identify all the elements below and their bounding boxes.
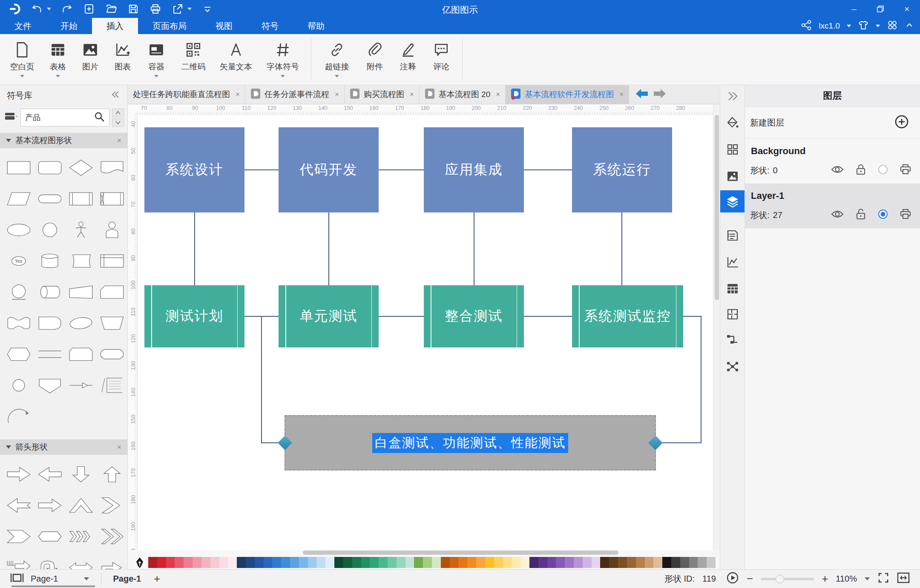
collapse-ribbon-icon[interactable] xyxy=(905,20,914,32)
color-swatch-e65c70[interactable] xyxy=(175,557,184,568)
menu-item-5[interactable]: 符号 xyxy=(247,18,293,34)
presentation-play-icon[interactable] xyxy=(726,571,739,586)
shape-terminator-2[interactable] xyxy=(98,340,126,369)
color-swatch-986630[interactable] xyxy=(627,557,636,568)
shape-notched-arrow-left[interactable] xyxy=(4,491,33,520)
color-swatch-fcbf25[interactable] xyxy=(485,557,494,568)
color-swatch-74ad4a[interactable] xyxy=(414,557,423,568)
layer-visibility-eye-icon[interactable] xyxy=(831,164,844,177)
section-close-icon[interactable]: × xyxy=(117,136,121,145)
shape-parallelogram[interactable] xyxy=(4,184,33,213)
shape-horizontal-cylinder[interactable] xyxy=(35,278,64,307)
document-tab-0[interactable]: 处理任务跨职能垂直流程图× xyxy=(128,85,245,104)
zoom-out-button[interactable]: − xyxy=(747,572,753,585)
symbol-search-input[interactable]: 产品 xyxy=(20,109,109,126)
shape-terminator[interactable] xyxy=(35,184,64,213)
canvas-vertical-scrollbar[interactable] xyxy=(713,104,720,550)
document-tab-3[interactable]: 基本流程图 20× xyxy=(420,85,506,104)
flowchart-node-2[interactable]: 应用集成 xyxy=(424,127,524,212)
color-swatch-a6a6a6[interactable] xyxy=(698,557,707,568)
color-swatch-ffe9ae[interactable] xyxy=(512,557,520,568)
shape-manual-operation[interactable] xyxy=(98,309,126,338)
shape-card[interactable] xyxy=(98,278,126,307)
share-export-button[interactable] xyxy=(171,3,184,15)
shape-triple-chevron[interactable] xyxy=(66,522,95,551)
tab-close-icon[interactable]: × xyxy=(236,90,240,99)
document-tab-2[interactable]: 购买流程图× xyxy=(345,85,420,104)
fit-width-icon[interactable] xyxy=(897,572,910,585)
tab-close-icon[interactable]: × xyxy=(335,90,339,99)
ribbon-button-qrcode[interactable]: 二维码 xyxy=(174,34,213,79)
panel-tab-distribute-panel-icon[interactable] xyxy=(720,356,745,378)
shape-arrow-down[interactable] xyxy=(66,460,95,489)
search-icon[interactable] xyxy=(94,111,105,124)
tab-close-icon[interactable]: × xyxy=(496,90,500,99)
color-swatch-d7222b[interactable] xyxy=(157,557,166,568)
shape-decision[interactable] xyxy=(66,153,95,182)
ribbon-button-comment[interactable]: 评论 xyxy=(425,34,458,79)
print-button[interactable] xyxy=(149,3,162,15)
library-section-header-0[interactable]: 基本流程图形状× xyxy=(0,133,127,148)
flowchart-node-selected[interactable]: 白盒测试、功能测试、性能测试 xyxy=(285,415,656,470)
shape-two-way-arrow[interactable] xyxy=(66,553,95,569)
color-swatch-5aa2e1[interactable] xyxy=(290,557,299,568)
shape-arc[interactable] xyxy=(4,402,33,431)
color-swatch-e0bd97[interactable] xyxy=(653,557,662,568)
color-swatch-f7a53c[interactable] xyxy=(476,557,485,568)
account-label[interactable]: lxc1.0 xyxy=(819,21,840,31)
ribbon-button-chart[interactable]: 图表 xyxy=(106,34,139,79)
zoom-slider-thumb[interactable] xyxy=(776,575,784,583)
color-swatch-5c338c[interactable] xyxy=(538,557,547,568)
flowchart-node-0[interactable]: 系统设计 xyxy=(144,127,244,212)
dropdown-caret-icon[interactable] xyxy=(335,75,339,77)
shape-stick-figure[interactable] xyxy=(66,215,95,244)
shape-off-page[interactable] xyxy=(4,278,33,307)
ribbon-button-vector-text[interactable]: 矢量文本 xyxy=(213,34,259,79)
shape-rectangle[interactable] xyxy=(4,153,33,182)
color-swatch-f09aa8[interactable] xyxy=(193,557,201,568)
color-swatch-fdd05a[interactable] xyxy=(494,557,503,568)
shape-arrow-right[interactable] xyxy=(4,460,33,489)
color-swatch-48276f[interactable] xyxy=(529,557,538,568)
shape-merge[interactable] xyxy=(35,371,64,400)
selected-node-text[interactable]: 白盒测试、功能测试、性能测试 xyxy=(372,433,568,453)
shape-circle[interactable] xyxy=(35,215,64,244)
color-swatch-b35309[interactable] xyxy=(441,557,450,568)
color-swatch-fadde2[interactable] xyxy=(219,557,228,568)
shape-line-arrow[interactable] xyxy=(66,371,95,400)
color-swatch-e5d4f1[interactable] xyxy=(592,557,601,568)
color-swatch-5e5e5e[interactable] xyxy=(680,557,689,568)
color-swatch-de3d4e[interactable] xyxy=(166,557,175,568)
section-close-icon[interactable]: × xyxy=(117,443,121,452)
theme-dropdown-caret[interactable] xyxy=(876,25,880,27)
account-dropdown-caret[interactable] xyxy=(847,25,851,27)
color-swatch-4ab98d[interactable] xyxy=(379,557,388,568)
share-graph-icon[interactable] xyxy=(801,20,812,33)
shape-arrow-up[interactable] xyxy=(98,460,126,489)
layer-active-radio-checked[interactable] xyxy=(877,209,888,222)
color-swatch-2457a4[interactable] xyxy=(255,557,264,568)
shape-chevron-right[interactable] xyxy=(98,491,126,520)
color-swatch-a4cf80[interactable] xyxy=(423,557,432,568)
shape-double-chevron[interactable] xyxy=(98,522,126,551)
tab-nav-forward-icon[interactable] xyxy=(653,88,667,101)
collapse-panel-icon[interactable] xyxy=(110,89,121,102)
ribbon-button-image[interactable]: 图片 xyxy=(74,34,106,79)
panel-tab-table-panel-icon[interactable] xyxy=(720,278,745,300)
tab-close-icon[interactable]: × xyxy=(619,90,624,99)
shape-hexagon-arrow[interactable] xyxy=(35,522,64,551)
color-swatch-fcecef[interactable] xyxy=(228,557,237,568)
minimize-button[interactable]: – xyxy=(841,0,867,18)
color-swatch-1c3a66[interactable] xyxy=(237,557,246,568)
color-swatch-cacaca[interactable] xyxy=(707,557,716,568)
color-swatch-e0eefa[interactable] xyxy=(325,557,334,568)
menu-item-4[interactable]: 视图 xyxy=(201,18,247,34)
menu-item-2[interactable]: 插入 xyxy=(92,18,138,34)
color-swatch-cc9e6e[interactable] xyxy=(645,557,654,568)
color-swatch-7d5024[interactable] xyxy=(618,557,627,568)
ribbon-button-blank-page[interactable]: 空白页 xyxy=(3,34,42,79)
shape-internal-storage[interactable] xyxy=(98,247,126,275)
tab-close-icon[interactable]: × xyxy=(410,90,414,99)
zoom-level-caret[interactable] xyxy=(865,577,870,580)
tab-nav-back-icon[interactable] xyxy=(634,88,649,101)
